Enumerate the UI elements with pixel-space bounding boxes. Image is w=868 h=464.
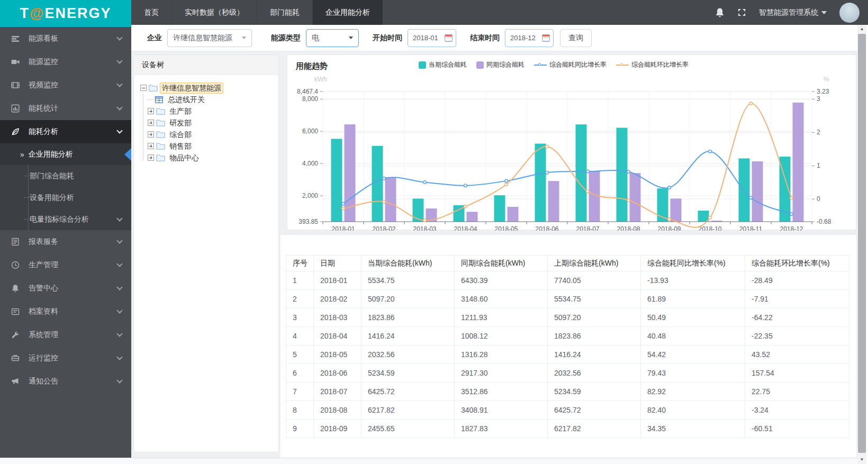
- bar-previous-2018-11[interactable]: [752, 161, 763, 222]
- point-mom-2018-06[interactable]: [546, 145, 549, 148]
- point-yoy-2018-08[interactable]: [627, 170, 630, 174]
- point-yoy-2018-06[interactable]: [546, 171, 549, 174]
- point-mom-2018-10[interactable]: [709, 216, 712, 220]
- enterprise-select[interactable]: 许继信息智慧能源: [167, 29, 252, 47]
- table-row[interactable]: 82018-086217.823408.916425.7282.40-3.24: [286, 401, 849, 420]
- sidebar-item-0[interactable]: 能源看板: [0, 27, 131, 50]
- notification-bell-icon[interactable]: [715, 7, 725, 18]
- sidebar-item-2[interactable]: 视频监控: [0, 74, 131, 97]
- bar-current-2018-05[interactable]: [494, 195, 505, 222]
- table-row[interactable]: 22018-025097.203148.605534.7561.89-7.91: [286, 290, 849, 308]
- nav-tab-0[interactable]: 首页: [131, 0, 171, 25]
- point-mom-2018-11[interactable]: [749, 102, 753, 105]
- sidebar-item-6[interactable]: 生产管理: [0, 253, 131, 277]
- sidebar-item-1[interactable]: 能源监控: [0, 50, 131, 74]
- collapse-icon[interactable]: [140, 85, 147, 91]
- legend-item-0[interactable]: 当期综合能耗: [419, 60, 467, 69]
- expand-icon[interactable]: [148, 108, 154, 114]
- sidebar-item-11[interactable]: 通知公告: [0, 370, 131, 393]
- bar-previous-2018-08[interactable]: [630, 173, 641, 222]
- sidebar-item-4[interactable]: 能耗分析: [0, 120, 131, 143]
- tree-node-4[interactable]: 综合部: [140, 129, 274, 140]
- point-yoy-2018-12[interactable]: [790, 213, 793, 216]
- point-yoy-2018-07[interactable]: [586, 170, 590, 173]
- avatar[interactable]: [839, 3, 860, 23]
- bar-current-2018-03[interactable]: [413, 198, 424, 222]
- bar-current-2018-02[interactable]: [372, 146, 383, 222]
- legend-item-3[interactable]: 综合能耗环比增长率: [616, 60, 689, 69]
- expand-icon[interactable]: [148, 154, 154, 161]
- end-date-input[interactable]: 2018-12: [505, 29, 554, 47]
- bar-previous-2018-02[interactable]: [385, 177, 396, 222]
- legend-item-1[interactable]: 同期综合能耗: [476, 60, 525, 69]
- tree-node-5[interactable]: 销售部: [140, 140, 274, 152]
- tree-node-3[interactable]: 研发部: [140, 117, 274, 129]
- point-yoy-2018-04[interactable]: [464, 184, 467, 187]
- point-yoy-2018-03[interactable]: [423, 181, 427, 184]
- point-yoy-2018-09[interactable]: [668, 186, 671, 189]
- tree-node-label[interactable]: 许继信息智慧能源: [160, 83, 223, 94]
- table-row[interactable]: 52018-052032.561316.281416.2454.4243.52: [286, 345, 849, 364]
- point-mom-2018-03[interactable]: [423, 219, 427, 222]
- scroll-down-arrow[interactable]: ▼: [857, 456, 866, 464]
- tree-node-1[interactable]: 总进线开关: [140, 94, 274, 105]
- tree-node-label[interactable]: 生产部: [167, 106, 194, 117]
- sidebar-item-3[interactable]: 能耗统计: [0, 97, 131, 120]
- point-yoy-2018-02[interactable]: [383, 177, 386, 180]
- sidebar-subitem-0[interactable]: »企业用能分析: [0, 143, 131, 165]
- bar-current-2018-07[interactable]: [576, 124, 587, 222]
- expand-icon[interactable]: [148, 143, 154, 149]
- bar-current-2018-11[interactable]: [739, 158, 750, 222]
- calendar-icon[interactable]: [445, 34, 453, 42]
- nav-tab-3[interactable]: 企业用能分析: [312, 0, 383, 25]
- bar-previous-2018-06[interactable]: [548, 181, 559, 222]
- bar-previous-2018-05[interactable]: [508, 207, 519, 222]
- point-yoy-2018-10[interactable]: [709, 150, 712, 153]
- tree-node-label[interactable]: 综合部: [167, 129, 194, 140]
- point-mom-2018-01[interactable]: [342, 207, 345, 210]
- bar-current-2018-08[interactable]: [617, 128, 628, 222]
- tree-node-label[interactable]: 销售部: [167, 141, 194, 152]
- sidebar-subitem-3[interactable]: 电量指标综合分析: [0, 208, 131, 230]
- bar-current-2018-10[interactable]: [698, 211, 709, 222]
- legend-item-2[interactable]: 综合能耗同比增长率: [534, 60, 607, 69]
- system-name-menu[interactable]: 智慧能源管理系统: [759, 8, 827, 17]
- table-row[interactable]: 62018-065234.592917.302032.5679.43157.54: [286, 364, 849, 383]
- bottom-scrollbar-track[interactable]: [0, 458, 857, 464]
- bar-previous-2018-04[interactable]: [467, 212, 478, 222]
- table-row[interactable]: 12018-015534.756430.397740.05-13.93-28.4…: [286, 271, 849, 290]
- sidebar-item-8[interactable]: 档案资料: [0, 300, 131, 323]
- point-mom-2018-09[interactable]: [668, 218, 671, 221]
- energy-type-select[interactable]: 电: [306, 29, 359, 47]
- bar-current-2018-06[interactable]: [535, 144, 546, 222]
- scroll-up-arrow[interactable]: ▲: [857, 25, 866, 33]
- start-date-input[interactable]: 2018-01: [408, 29, 456, 47]
- nav-tab-1[interactable]: 实时数据（秒级）: [171, 0, 257, 25]
- point-yoy-2018-01[interactable]: [342, 202, 345, 205]
- tree-node-0[interactable]: 许继信息智慧能源: [140, 82, 274, 94]
- tree-node-6[interactable]: 物品中心: [140, 152, 274, 163]
- point-mom-2018-02[interactable]: [383, 200, 386, 203]
- point-mom-2018-04[interactable]: [464, 205, 467, 208]
- query-button[interactable]: 查询: [560, 29, 592, 47]
- sidebar-item-10[interactable]: 运行监控: [0, 347, 131, 370]
- scrollbar-thumb[interactable]: [858, 34, 866, 453]
- sidebar-item-9[interactable]: 系统管理: [0, 323, 131, 347]
- point-yoy-2018-05[interactable]: [505, 179, 508, 183]
- point-mom-2018-07[interactable]: [586, 190, 590, 193]
- point-mom-2018-12[interactable]: [790, 197, 793, 200]
- tree-node-2[interactable]: 生产部: [140, 105, 274, 117]
- point-mom-2018-05[interactable]: [505, 183, 508, 186]
- calendar-icon[interactable]: [542, 34, 550, 42]
- expand-icon[interactable]: [148, 131, 154, 138]
- fullscreen-icon[interactable]: [737, 8, 746, 17]
- bar-current-2018-01[interactable]: [331, 139, 342, 222]
- table-row[interactable]: 72018-076425.723512.865234.5982.9222.75: [286, 383, 849, 401]
- point-mom-2018-08[interactable]: [627, 199, 630, 202]
- vertical-scrollbar[interactable]: ▲ ▼: [857, 25, 866, 464]
- sidebar-item-5[interactable]: 报表服务: [0, 230, 131, 253]
- bar-previous-2018-12[interactable]: [793, 103, 804, 222]
- table-row[interactable]: 92018-092455.651827.836217.8234.35-60.51: [286, 420, 849, 438]
- expand-icon[interactable]: [148, 120, 154, 126]
- point-yoy-2018-11[interactable]: [749, 196, 753, 199]
